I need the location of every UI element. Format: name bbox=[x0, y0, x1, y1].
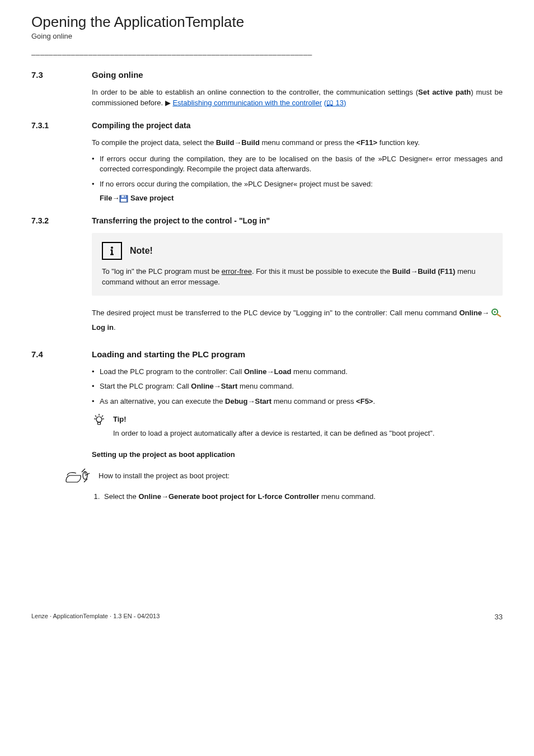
tip-body: In order to load a project automatically… bbox=[113, 428, 503, 439]
text-fragment: Load the PLC program to the controller: … bbox=[100, 367, 244, 376]
svg-point-9 bbox=[494, 311, 495, 313]
text-fragment: . For this it must be possible to execut… bbox=[252, 267, 392, 276]
menu-log-in: Log in bbox=[92, 323, 114, 332]
footer-left: Lenze · ApplicationTemplate · 1.3 EN - 0… bbox=[31, 613, 160, 621]
text-bold-set-active-path: Set active path bbox=[418, 88, 471, 96]
para-7-3-2-login: The desired project must be transferred … bbox=[92, 306, 503, 335]
section-title-compiling: Compiling the project data bbox=[92, 121, 191, 130]
menu-online-start: Online→Start bbox=[191, 382, 237, 390]
text-fragment: function key. bbox=[377, 138, 420, 147]
menu-online-arrow: Online→ bbox=[459, 309, 489, 317]
svg-line-16 bbox=[102, 416, 103, 417]
text-fragment: menu command. bbox=[237, 382, 293, 390]
note-box: Note! To "log in" the PLC program must b… bbox=[92, 233, 503, 296]
section-number-7-4: 7.4 bbox=[31, 349, 92, 359]
info-icon bbox=[102, 242, 122, 260]
step-1-generate-boot: Select the Online→Generate boot project … bbox=[102, 492, 503, 501]
svg-rect-7 bbox=[110, 254, 114, 255]
text-underline-error-free: error-free bbox=[222, 267, 252, 276]
howto-text: How to install the project as boot proje… bbox=[99, 472, 229, 480]
svg-line-15 bbox=[95, 416, 96, 417]
how-to-mouse-icon bbox=[65, 468, 91, 484]
section-number-7-3-1: 7.3.1 bbox=[31, 121, 92, 130]
para-7-3-1-compile: To compile the project data, select the … bbox=[92, 138, 503, 148]
bullet-compile-errors: If errors occur during the compilation, … bbox=[92, 154, 503, 175]
svg-point-10 bbox=[96, 417, 102, 422]
page-header-subtitle: Going online bbox=[31, 32, 503, 40]
menu-online-generate-boot: Online→Generate boot project for L-force… bbox=[138, 492, 319, 501]
text-fragment: If no errors occur during the compilatio… bbox=[100, 180, 373, 188]
bullet-load-plc: Load the PLC program to the controller: … bbox=[92, 367, 503, 377]
text-fragment: menu command or press the bbox=[260, 138, 357, 147]
text-fragment: Select the bbox=[104, 492, 138, 501]
para-7-3-intro: In order to be able to establish an onli… bbox=[92, 87, 503, 109]
section-title-loading-starting: Loading and starting the PLC program bbox=[92, 349, 245, 359]
key-f11: <F11> bbox=[357, 138, 378, 147]
bullet-compile-no-errors: If no errors occur during the compilatio… bbox=[92, 179, 503, 204]
text-fragment: . bbox=[373, 397, 375, 405]
svg-rect-11 bbox=[98, 422, 101, 424]
svg-rect-6 bbox=[111, 249, 113, 254]
text-fragment: menu command. bbox=[319, 492, 375, 501]
footer-page-number: 33 bbox=[495, 613, 503, 621]
note-title: Note! bbox=[130, 246, 153, 256]
text-fragment: menu command. bbox=[291, 367, 347, 376]
menu-build-build: Build→Build bbox=[216, 138, 260, 147]
link-establishing-communication[interactable]: Establishing communication with the cont… bbox=[172, 99, 322, 107]
svg-rect-2 bbox=[121, 199, 127, 202]
svg-rect-3 bbox=[124, 195, 125, 197]
login-gear-icon bbox=[491, 309, 503, 318]
section-title-transferring: Transferring the project to the control … bbox=[92, 216, 270, 225]
menu-file-arrow: File→ bbox=[100, 194, 119, 202]
text-fragment: menu command or press bbox=[271, 397, 356, 405]
text-fragment: In order to be able to establish an onli… bbox=[92, 88, 418, 96]
key-f5: <F5> bbox=[356, 397, 373, 405]
menu-online-load: Online→Load bbox=[244, 367, 292, 376]
link-page-ref-13[interactable]: (🕮 13) bbox=[324, 99, 346, 107]
text-fragment: Start the PLC program: Call bbox=[100, 382, 191, 390]
section-number-7-3: 7.3 bbox=[31, 70, 92, 80]
subheading-boot-application: Setting up the project as boot applicati… bbox=[92, 450, 503, 459]
menu-save-project: Save project bbox=[128, 194, 174, 202]
text-fragment: To "log in" the PLC program must be bbox=[102, 267, 222, 276]
bullet-alternative-debug: As an alternative, you can execute the D… bbox=[92, 396, 503, 407]
text-fragment: . bbox=[114, 323, 116, 332]
section-title-going-online: Going online bbox=[92, 70, 143, 80]
menu-debug-start: Debug→Start bbox=[225, 397, 271, 405]
svg-point-4 bbox=[111, 246, 113, 249]
floppy-disk-icon bbox=[119, 195, 128, 203]
text-fragment: To compile the project data, select the bbox=[92, 138, 216, 147]
note-body: To "log in" the PLC program must be erro… bbox=[102, 267, 493, 288]
bullet-start-plc: Start the PLC program: Call Online→Start… bbox=[92, 381, 503, 392]
section-number-7-3-2: 7.3.2 bbox=[31, 216, 92, 225]
svg-rect-1 bbox=[121, 195, 126, 198]
text-fragment: The desired project must be transferred … bbox=[92, 309, 459, 317]
menu-build-build-f11: Build→Build (F11) bbox=[392, 267, 456, 276]
text-fragment: As an alternative, you can execute the bbox=[100, 397, 225, 405]
lightbulb-tip-icon bbox=[92, 413, 106, 427]
separator-dashes: _ _ _ _ _ _ _ _ _ _ _ _ _ _ _ _ _ _ _ _ … bbox=[31, 47, 503, 55]
tip-title: Tip! bbox=[113, 413, 127, 423]
page-header-title: Opening the ApplicationTemplate bbox=[31, 13, 503, 31]
